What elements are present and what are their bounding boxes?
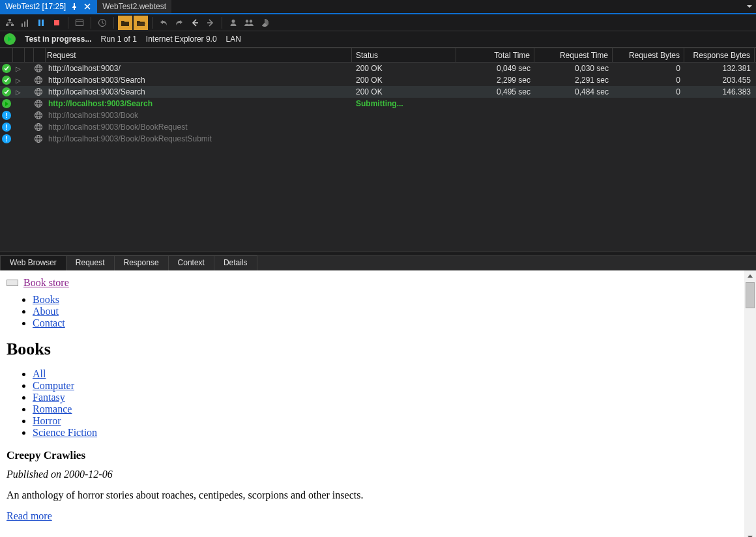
detail-tab-response[interactable]: Response	[114, 255, 169, 270]
site-title-link[interactable]: Book store	[23, 277, 69, 289]
globe-icon	[34, 87, 43, 96]
chart-icon[interactable]	[18, 16, 33, 30]
svg-point-24	[35, 124, 42, 131]
book-publish-date: Published on 2000-12-06	[7, 469, 742, 480]
request-url: http://localhost:9003/Search	[46, 99, 352, 108]
svg-rect-0	[8, 19, 11, 21]
test-status-title: Test in progress...	[25, 35, 91, 44]
col-request-time[interactable]: Request Time	[534, 48, 613, 62]
svg-point-27	[37, 136, 40, 143]
document-tab-inactive[interactable]: WebTest2.webtest	[97, 0, 171, 13]
response-bytes: 132.381	[684, 64, 755, 73]
scrollbar[interactable]	[744, 270, 756, 537]
expand-icon[interactable]: ▷	[14, 65, 22, 72]
folder-collapse-icon[interactable]	[118, 16, 132, 30]
svg-point-13	[250, 20, 252, 22]
request-bytes: 0	[613, 64, 684, 73]
hierarchy-icon[interactable]	[3, 16, 17, 30]
scroll-down-icon[interactable]	[744, 531, 756, 537]
users-icon[interactable]	[242, 16, 256, 30]
scroll-track[interactable]	[744, 282, 756, 531]
col-status[interactable]: Status	[352, 48, 456, 62]
document-tab-active[interactable]: WebTest2 [17:25]	[0, 0, 97, 13]
request-time: 0,484 sec	[534, 87, 613, 96]
request-grid-header: Request Status Total Time Request Time R…	[0, 48, 756, 63]
request-row[interactable]: !http://localhost:9003/Book/BookRequestS…	[0, 133, 756, 145]
request-url: http://localhost:9003/Search	[46, 76, 352, 85]
test-run-count: Run 1 of 1	[100, 35, 136, 44]
col-request[interactable]: Request	[46, 48, 352, 62]
total-time: 0,049 sec	[456, 64, 534, 73]
svg-rect-6	[38, 20, 40, 26]
pin-icon[interactable]	[70, 2, 79, 11]
http-icon[interactable]	[72, 16, 87, 30]
svg-point-23	[37, 112, 40, 119]
category-link-all[interactable]: All	[33, 368, 46, 379]
site-nav: BooksAboutContact	[7, 294, 742, 329]
category-link-fantasy[interactable]: Fantasy	[33, 392, 65, 403]
detail-tab-request[interactable]: Request	[66, 255, 115, 270]
read-more-link[interactable]: Read more	[7, 510, 52, 521]
web-browser-pane: Book store BooksAboutContact Books AllCo…	[0, 270, 756, 537]
folder-expand-icon[interactable]	[134, 16, 148, 30]
request-row[interactable]: http://localhost:9003/SearchSubmitting..…	[0, 98, 756, 109]
toolbar	[0, 14, 756, 31]
category-link-horror[interactable]: Horror	[33, 415, 61, 426]
request-time: 0,030 sec	[534, 64, 613, 73]
svg-point-19	[37, 89, 40, 96]
category-link-romance[interactable]: Romance	[33, 403, 72, 414]
request-row[interactable]: ▷http://localhost:9003/200 OK0,049 sec0,…	[0, 63, 756, 74]
detail-tab-context[interactable]: Context	[168, 255, 214, 270]
play-indicator-icon	[4, 33, 16, 45]
request-grid: Request Status Total Time Request Time R…	[0, 48, 756, 252]
scroll-up-icon[interactable]	[744, 270, 756, 282]
category-link-computer[interactable]: Computer	[33, 380, 74, 391]
nav-link-about[interactable]: About	[33, 306, 59, 317]
web-browser-content: Book store BooksAboutContact Books AllCo…	[0, 270, 744, 537]
expand-icon[interactable]: ▷	[14, 89, 22, 96]
detail-tab-details[interactable]: Details	[214, 255, 257, 270]
globe-icon	[34, 123, 43, 132]
close-icon[interactable]	[83, 2, 92, 11]
stop-icon[interactable]	[50, 16, 64, 30]
nav-link-contact[interactable]: Contact	[33, 317, 65, 328]
col-request-bytes[interactable]: Request Bytes	[613, 48, 684, 62]
request-row[interactable]: !http://localhost:9003/Book/BookRequest	[0, 121, 756, 133]
request-row[interactable]: ▷http://localhost:9003/Search200 OK2,299…	[0, 74, 756, 86]
nav-link-books[interactable]: Books	[33, 294, 59, 305]
request-bytes: 0	[613, 76, 684, 85]
svg-point-22	[35, 112, 42, 119]
clock-icon[interactable]	[95, 16, 109, 30]
tab-overflow-icon[interactable]	[743, 0, 756, 13]
total-time: 2,299 sec	[456, 76, 534, 85]
pending-icon: !	[2, 111, 11, 120]
pause-icon[interactable]	[34, 16, 48, 30]
page-heading: Books	[7, 340, 742, 359]
undo-icon[interactable]	[156, 16, 171, 30]
success-icon	[2, 76, 11, 85]
request-status: 200 OK	[352, 87, 456, 96]
request-row[interactable]: !http://localhost:9003/Book	[0, 109, 756, 121]
request-time: 2,291 sec	[534, 76, 613, 85]
running-icon	[2, 99, 11, 108]
back-arrow-icon[interactable]	[188, 16, 202, 30]
detail-tab-web-browser[interactable]: Web Browser	[0, 255, 66, 270]
scroll-thumb[interactable]	[746, 282, 755, 308]
col-response-bytes[interactable]: Response Bytes	[684, 48, 755, 62]
expand-icon[interactable]: ▷	[14, 77, 22, 84]
forward-arrow-icon[interactable]	[203, 16, 218, 30]
pie-icon[interactable]	[257, 16, 272, 30]
svg-point-21	[37, 100, 40, 108]
success-icon	[2, 64, 11, 73]
redo-icon[interactable]	[172, 16, 186, 30]
user-icon[interactable]	[226, 16, 240, 30]
pending-icon: !	[2, 134, 11, 143]
request-status: 200 OK	[352, 64, 456, 73]
request-row[interactable]: ▷http://localhost:9003/Search200 OK0,495…	[0, 86, 756, 98]
globe-icon	[34, 99, 43, 108]
category-link-science-fiction[interactable]: Science Fiction	[33, 427, 97, 438]
document-tab-strip: WebTest2 [17:25] WebTest2.webtest	[0, 0, 756, 14]
svg-rect-1	[6, 24, 8, 26]
svg-point-26	[35, 136, 42, 143]
col-total-time[interactable]: Total Time	[456, 48, 534, 62]
